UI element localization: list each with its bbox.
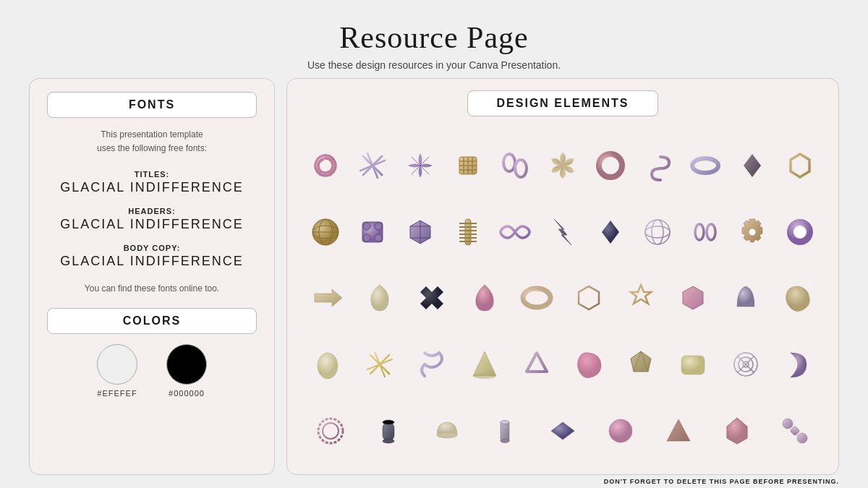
design-elements-label: DESIGN ELEMENTS	[497, 97, 629, 109]
element-sphere-pink	[598, 408, 643, 453]
element-ornate-ring	[308, 408, 353, 453]
element-diamond-dark	[730, 143, 775, 188]
element-teardrop	[357, 275, 402, 320]
element-knot-cube	[446, 143, 490, 188]
svg-marker-39	[602, 221, 619, 244]
element-cage-sphere	[635, 210, 680, 254]
element-blob	[775, 275, 820, 320]
bottom-note: DON'T FORGET TO DELETE THIS PAGE BEFORE …	[0, 475, 868, 488]
left-panel: FONTS This presentation template uses th…	[29, 78, 275, 475]
svg-marker-86	[727, 418, 747, 444]
elements-row-4	[302, 333, 824, 396]
svg-point-45	[707, 224, 715, 240]
color-swatch-dark: #000000	[166, 344, 207, 398]
right-panel: DESIGN ELEMENTS	[286, 78, 839, 475]
element-zigzag	[540, 210, 585, 254]
page-title: Resource Page	[307, 20, 561, 55]
element-pink-cube	[671, 275, 715, 320]
element-sunburst-small	[357, 342, 402, 387]
elements-grid	[302, 134, 824, 463]
svg-point-87	[783, 419, 793, 429]
elements-row-2	[302, 200, 824, 264]
element-ribbon	[409, 342, 454, 387]
svg-marker-18	[791, 154, 809, 177]
element-flower	[398, 143, 443, 188]
svg-point-46	[749, 228, 756, 236]
svg-point-44	[695, 224, 704, 240]
svg-marker-54	[631, 285, 651, 304]
color-swatches: #EFEFEF #000000	[47, 344, 257, 398]
element-gear	[730, 210, 775, 254]
font-entry-headers: HEADERS: GLACIAL INDIFFERENCE	[47, 204, 257, 232]
svg-point-83	[501, 440, 509, 443]
bottom-note-text: DON'T FORGET TO DELETE THIS PAGE BEFORE …	[604, 478, 839, 485]
svg-point-24	[363, 223, 370, 230]
svg-point-16	[692, 158, 718, 173]
element-wedge	[723, 275, 768, 320]
svg-point-27	[375, 234, 382, 241]
element-screw	[446, 210, 490, 254]
svg-rect-67	[681, 356, 705, 374]
design-elements-header: DESIGN ELEMENTS	[302, 90, 824, 127]
element-half-sphere	[425, 408, 469, 453]
element-connected-spheres	[350, 210, 395, 254]
element-cone-triangle	[462, 342, 507, 387]
svg-point-14	[515, 160, 527, 177]
elements-row-5	[302, 399, 824, 463]
element-open-cylinder	[482, 408, 527, 453]
element-faceted-gem	[618, 342, 663, 387]
element-torus	[588, 143, 633, 188]
element-chain	[493, 143, 537, 188]
color-circle-light	[97, 344, 137, 385]
element-globe	[303, 210, 348, 254]
svg-point-26	[363, 234, 370, 241]
element-arrow	[305, 275, 350, 320]
element-x-cross	[409, 275, 454, 320]
element-flat-diamond	[540, 408, 585, 453]
main-content: FONTS This presentation template uses th…	[0, 78, 868, 475]
fonts-description: This presentation template uses the foll…	[47, 128, 257, 155]
element-starburst	[350, 143, 395, 188]
fonts-label: FONTS	[129, 98, 175, 111]
element-ring-hole	[778, 210, 822, 254]
svg-point-49	[523, 288, 550, 307]
svg-rect-81	[501, 422, 509, 441]
color-swatch-light: #EFEFEF	[97, 344, 137, 398]
svg-point-76	[323, 423, 339, 439]
element-faceted-pink	[715, 408, 760, 453]
svg-point-85	[609, 419, 632, 442]
element-spiral	[303, 143, 348, 188]
element-dark-diamond	[588, 210, 633, 254]
font-entry-body: BODY COPY: GLACIAL INDIFFERENCE	[47, 241, 257, 269]
element-small-cube	[398, 210, 443, 254]
svg-marker-55	[683, 286, 703, 309]
svg-point-82	[501, 421, 509, 424]
svg-point-79	[383, 439, 394, 443]
svg-point-13	[503, 154, 515, 171]
element-egg-beige	[305, 342, 350, 387]
page-subtitle: Use these design resources in your Canva…	[307, 59, 561, 71]
colors-section: COLORS #EFEFEF #000000	[47, 308, 257, 398]
svg-point-63	[473, 373, 496, 379]
svg-point-48	[793, 226, 807, 239]
element-blob-pink	[566, 342, 611, 387]
element-hex-frame	[778, 143, 822, 188]
element-pyramid-pink	[656, 408, 701, 453]
element-bone	[773, 408, 817, 453]
element-rounded-box-beige	[671, 342, 715, 387]
colors-label: COLORS	[123, 314, 181, 327]
svg-point-88	[797, 433, 807, 443]
element-chain-h	[683, 210, 728, 254]
svg-marker-84	[551, 422, 574, 440]
elements-row-1	[302, 134, 824, 197]
fonts-header-box: FONTS	[47, 92, 257, 118]
svg-point-56	[318, 353, 338, 379]
svg-marker-64	[631, 351, 651, 372]
svg-point-15	[599, 154, 622, 177]
page-header: Resource Page Use these design resources…	[307, 0, 561, 78]
element-snowflake-mesh	[723, 342, 768, 387]
find-fonts-text: You can find these fonts online too.	[47, 283, 257, 294]
element-pinwheel	[540, 143, 585, 188]
element-scurve	[635, 143, 680, 188]
font-entry-titles: TITLES: GLACIAL INDIFFERENCE	[47, 167, 257, 195]
